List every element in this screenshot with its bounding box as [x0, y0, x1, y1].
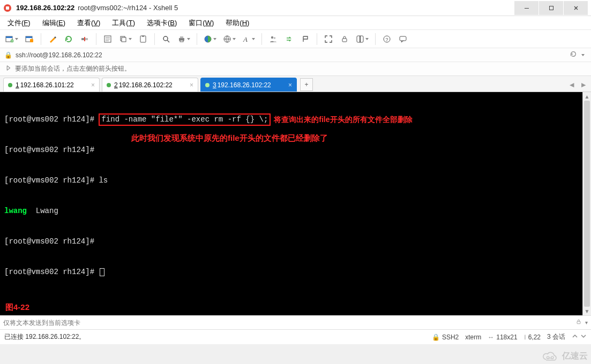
cloud-icon	[541, 351, 559, 362]
highlighted-command: find -name "file*" -exec rm -rf {} \;	[99, 113, 271, 126]
svg-rect-18	[122, 37, 126, 42]
scroll-track[interactable]	[583, 101, 591, 307]
tab-close-icon[interactable]: ×	[284, 81, 292, 89]
terminal[interactable]: [root@vms002 rh124]# find -name "file*" …	[0, 92, 591, 315]
fullscreen-button[interactable]	[321, 32, 335, 46]
address-url[interactable]: ssh://root@192.168.26.102:22	[16, 51, 102, 59]
tip-text: 要添加当前会话，点击左侧的箭头按钮。	[15, 64, 131, 73]
svg-point-31	[274, 37, 276, 39]
svg-rect-5	[6, 36, 12, 38]
lock-icon: 🔒	[4, 51, 12, 59]
disconnect-button[interactable]	[78, 32, 92, 46]
minimize-button[interactable]	[514, 1, 538, 15]
tip-bar: 要添加当前会话，点击左侧的箭头按钮。	[0, 62, 591, 76]
svg-point-39	[547, 356, 549, 358]
open-session-button[interactable]	[23, 32, 36, 46]
new-session-button[interactable]	[3, 32, 20, 46]
svg-point-21	[163, 36, 168, 41]
terminal-scrollbar[interactable]: ▲ ▼	[582, 92, 591, 315]
reconnect-button[interactable]	[62, 32, 76, 46]
color-button[interactable]	[201, 32, 219, 46]
menu-edit[interactable]: 编辑(E)	[38, 17, 70, 29]
tab-nav-left-icon[interactable]: ◀	[567, 80, 576, 89]
ls-output-exec: lwang	[4, 206, 27, 216]
tab-nav-right-icon[interactable]: ▶	[579, 80, 588, 89]
toolbar-separator	[96, 33, 96, 45]
toolbar-separator	[41, 33, 41, 45]
menu-bar: 文件(F) 编辑(E) 查看(V) 工具(T) 选项卡(B) 窗口(W) 帮助(…	[0, 16, 591, 30]
scroll-thumb[interactable]	[584, 101, 590, 307]
find-button[interactable]	[159, 32, 173, 46]
tab-number: 1	[16, 81, 19, 89]
toolbar-separator	[197, 33, 197, 45]
dropdown-caret-icon	[187, 38, 190, 40]
status-up-icon[interactable]	[572, 333, 578, 341]
terminal-line: lwang Lwang	[4, 206, 588, 216]
menu-tools[interactable]: 工具(T)	[108, 17, 139, 29]
status-termtype: xterm	[465, 333, 481, 341]
menu-view[interactable]: 查看(V)	[73, 17, 104, 29]
svg-point-30	[271, 36, 273, 38]
compose-input-bar: ▾	[0, 315, 591, 329]
tab-3-active[interactable]: 3 192.168.26.102:22 ×	[200, 78, 297, 92]
paste-button[interactable]	[136, 32, 150, 46]
terminal-line: [root@vms002 rh124]# ls	[4, 176, 588, 186]
tab-close-icon[interactable]: ×	[87, 81, 95, 89]
status-dot-icon	[107, 83, 111, 87]
figure-label: 图4-22	[5, 302, 29, 312]
copy-button[interactable]	[117, 32, 134, 46]
dropdown-caret-icon	[233, 38, 236, 40]
watermark: 亿速云	[541, 351, 588, 362]
tip-arrow-icon[interactable]	[4, 64, 15, 73]
menu-help[interactable]: 帮助(H)	[221, 17, 253, 29]
status-size: ↔ 118x21	[488, 333, 517, 341]
print-button[interactable]	[175, 32, 192, 46]
users-button[interactable]	[266, 32, 280, 46]
properties-button[interactable]	[101, 32, 115, 46]
lock-button[interactable]	[338, 32, 351, 46]
script-button[interactable]	[46, 32, 59, 46]
tab-2[interactable]: 2 192.168.26.102:22 ×	[102, 78, 198, 92]
tab-label: 192.168.26.102:22	[119, 81, 173, 89]
compose-caret-icon[interactable]: ▾	[585, 320, 588, 325]
dialog-button[interactable]	[396, 32, 410, 46]
svg-rect-24	[180, 36, 183, 38]
status-down-icon[interactable]	[580, 333, 587, 341]
terminal-line: [root@vms002 rh124]#	[4, 237, 588, 247]
menu-tabs[interactable]: 选项卡(B)	[143, 17, 181, 29]
status-sessions: 3 会话	[547, 332, 565, 342]
dropdown-caret-icon[interactable]	[581, 54, 585, 56]
shell-prompt: [root@vms002 rh124]#	[4, 237, 99, 247]
tab-number: 3	[213, 81, 216, 89]
tab-number: 2	[114, 81, 118, 89]
svg-rect-20	[142, 35, 144, 37]
compose-lock-icon[interactable]	[575, 318, 582, 327]
svg-point-40	[551, 356, 553, 358]
dropdown-caret-icon	[129, 38, 132, 40]
refresh-icon[interactable]	[566, 50, 580, 59]
font-button[interactable]: A	[240, 32, 257, 46]
transfer-button[interactable]	[282, 32, 296, 46]
svg-rect-3	[549, 6, 553, 10]
svg-rect-38	[577, 321, 580, 324]
scroll-up-icon[interactable]: ▲	[583, 92, 591, 101]
tab-close-icon[interactable]: ×	[185, 81, 193, 89]
help-button[interactable]: ?	[380, 32, 394, 46]
lock-icon: 🔒	[432, 333, 440, 341]
tab-1[interactable]: 1 192.168.26.101:22 ×	[3, 78, 100, 92]
scroll-down-icon[interactable]: ▼	[583, 307, 591, 315]
status-protocol: 🔒 SSH2	[432, 333, 459, 341]
encoding-button[interactable]	[221, 32, 238, 46]
shell-prompt: [root@vms002 rh124]#	[4, 115, 99, 125]
maximize-button[interactable]	[539, 1, 563, 15]
toggle-button[interactable]	[354, 32, 371, 46]
status-cursor-pos: ⁞ 6,22	[524, 333, 541, 341]
add-tab-button[interactable]: +	[300, 78, 313, 91]
compose-input[interactable]	[3, 319, 575, 327]
close-button[interactable]	[564, 1, 588, 15]
menu-window[interactable]: 窗口(W)	[184, 17, 218, 29]
svg-rect-9	[30, 39, 33, 42]
menu-file[interactable]: 文件(F)	[3, 17, 35, 29]
svg-rect-25	[180, 40, 183, 42]
xftp-button[interactable]	[298, 32, 312, 46]
